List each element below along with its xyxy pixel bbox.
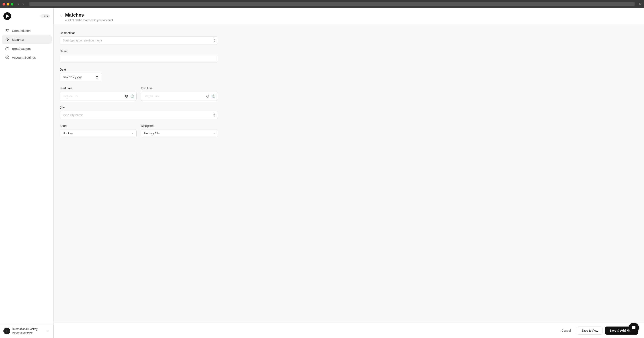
sidebar-label-broadcasters: Broadcasters [12, 47, 31, 50]
date-label: Date [60, 68, 218, 71]
close-button[interactable] [2, 3, 5, 5]
discipline-group: Discipline Hockey 11s Hockey 7s Indoor H… [141, 124, 218, 137]
sidebar-item-competitions[interactable]: Competitions [2, 26, 52, 35]
trophy-icon [5, 28, 9, 33]
page-back-button[interactable]: ‹ [60, 13, 62, 18]
page-title: Matches [65, 12, 113, 18]
cancel-button[interactable]: Cancel [558, 327, 574, 335]
start-time-input[interactable] [60, 92, 137, 101]
gear-icon [5, 55, 9, 59]
chat-icon [632, 326, 636, 330]
svg-point-3 [7, 57, 8, 58]
sport-select-wrapper: Hockey Football Basketball ▼ [60, 129, 137, 137]
sidebar-nav: Competitions Matches Broadcasters [0, 24, 54, 324]
svg-rect-2 [6, 48, 9, 50]
back-nav-button[interactable]: ‹ [17, 2, 20, 6]
forward-nav-button[interactable]: › [21, 2, 25, 6]
start-time-group: Start time 🕐 [60, 87, 137, 101]
end-time-group: End time 🕐 [141, 87, 218, 101]
sidebar-header: Beta [0, 8, 54, 24]
sidebar-label-competitions: Competitions [12, 29, 31, 32]
date-group: Date [60, 68, 218, 81]
sidebar-item-broadcasters[interactable]: Broadcasters [2, 44, 52, 53]
city-input[interactable] [60, 111, 218, 119]
competition-group: Competition ▲ ▼ [60, 31, 218, 44]
name-group: Name [60, 49, 218, 63]
date-input[interactable] [60, 73, 102, 81]
sport-discipline-row: Sport Hockey Football Basketball ▼ Disci… [60, 124, 218, 137]
sidebar-item-matches[interactable]: Matches [2, 35, 52, 44]
lightning-icon [5, 37, 9, 42]
start-time-label: Start time [60, 87, 137, 90]
nav-buttons: ‹ › [17, 2, 25, 6]
org-name: International Hockey Federation (FIH) [12, 327, 38, 335]
more-options-button[interactable]: ⋯ [45, 328, 50, 334]
app-logo [4, 12, 11, 20]
name-input[interactable] [60, 55, 218, 63]
sidebar-label-account-settings: Account Settings [12, 56, 36, 59]
page-subtitle: A list of all the matches in your accoun… [65, 18, 113, 22]
sidebar-label-matches: Matches [12, 38, 24, 41]
org-avatar: I [4, 328, 10, 335]
chat-button[interactable] [629, 323, 639, 333]
sport-label: Sport [60, 124, 137, 128]
match-form: Competition ▲ ▼ Name Date [54, 25, 224, 148]
minimize-button[interactable] [6, 3, 9, 5]
app-container: Beta Competitions Matches [0, 8, 644, 338]
sport-select[interactable]: Hockey Football Basketball [60, 129, 137, 137]
time-row: Start time 🕐 End time 🕐 [60, 87, 218, 101]
beta-badge: Beta [40, 14, 50, 18]
sport-group: Sport Hockey Football Basketball ▼ [60, 124, 137, 137]
main-content: ‹ Matches A list of all the matches in y… [54, 8, 644, 338]
maximize-button[interactable] [11, 3, 14, 5]
save-view-button[interactable]: Save & View [577, 327, 602, 335]
competition-label: Competition [60, 31, 218, 35]
sport-discipline-group: Sport Hockey Football Basketball ▼ Disci… [60, 124, 218, 137]
sidebar-footer: I International Hockey Federation (FIH) … [0, 324, 54, 338]
reload-button[interactable]: ↻ [639, 2, 642, 6]
end-time-label: End time [141, 87, 218, 90]
page-title-block: Matches A list of all the matches in you… [65, 12, 113, 22]
time-group: Start time 🕐 End time 🕐 [60, 87, 218, 101]
discipline-label: Discipline [141, 124, 218, 128]
traffic-lights [2, 3, 14, 5]
address-bar[interactable] [29, 2, 635, 6]
city-group: City ▲ ▼ [60, 106, 218, 119]
city-combobox: ▲ ▼ [60, 111, 218, 119]
discipline-select-wrapper: Hockey 11s Hockey 7s Indoor Hockey ▼ [141, 129, 218, 137]
form-footer: Cancel Save & View Save & Add More [54, 323, 644, 338]
end-time-wrapper: 🕐 [141, 92, 218, 101]
page-header: ‹ Matches A list of all the matches in y… [54, 8, 644, 25]
competition-combobox: ▲ ▼ [60, 36, 218, 44]
title-bar: ‹ › ↻ [0, 0, 644, 8]
org-name-line1: International Hockey [12, 327, 38, 331]
org-name-line2: Federation (FIH) [12, 331, 38, 335]
start-time-wrapper: 🕐 [60, 92, 137, 101]
competition-input[interactable] [60, 36, 218, 44]
end-time-input[interactable] [141, 92, 218, 101]
tv-icon [5, 46, 9, 51]
sidebar: Beta Competitions Matches [0, 8, 54, 338]
discipline-select[interactable]: Hockey 11s Hockey 7s Indoor Hockey [141, 129, 218, 137]
city-label: City [60, 106, 218, 109]
name-label: Name [60, 49, 218, 53]
sidebar-item-account-settings[interactable]: Account Settings [2, 53, 52, 62]
